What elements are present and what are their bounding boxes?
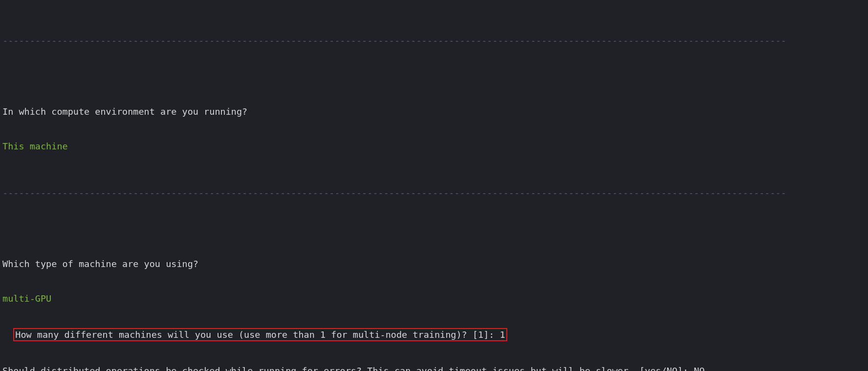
prompt-compute-env: In which compute environment are you run…: [2, 106, 866, 118]
answer-machine-type: multi-GPU: [2, 293, 866, 305]
divider: ----------------------------------------…: [2, 187, 866, 199]
prompt-num-machines: How many different machines will you use…: [15, 330, 505, 340]
highlight-box-machines: How many different machines will you use…: [13, 328, 507, 342]
terminal[interactable]: ----------------------------------------…: [0, 0, 868, 371]
answer-compute-env: This machine: [2, 141, 866, 152]
prompt-machine-type: Which type of machine are you using?: [2, 258, 866, 270]
prompt-dist-check: Should distributed operations be checked…: [2, 365, 866, 371]
divider: ----------------------------------------…: [2, 35, 866, 46]
